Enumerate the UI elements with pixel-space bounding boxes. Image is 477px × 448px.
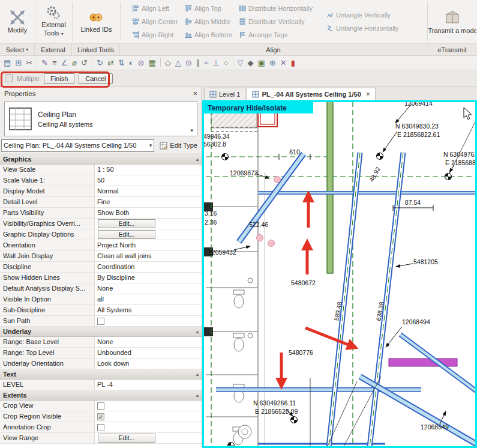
temporary-hide-banner[interactable]: Temporary Hide/Isolate <box>204 102 313 114</box>
toolbar-icon-2[interactable]: ⊞ <box>15 59 22 67</box>
slanted-duct-b[interactable] <box>370 153 403 447</box>
align-bottom-button[interactable]: Align Bottom <box>183 29 235 41</box>
pale-diagonal-pipe-top[interactable] <box>239 154 304 242</box>
close-tab-icon[interactable]: ✕ <box>366 91 371 97</box>
edit-button[interactable]: Edit... <box>98 219 155 228</box>
linked-ids-button[interactable]: Linked IDs <box>80 8 113 35</box>
property-value[interactable]: All Systems <box>95 305 202 315</box>
panel-label-etransmit[interactable]: eTransmit <box>427 44 477 55</box>
edit-button[interactable]: Edit... <box>98 230 155 239</box>
finish-button[interactable]: Finish <box>44 73 74 84</box>
close-icon[interactable]: × <box>193 89 197 98</box>
panel-label-align[interactable]: Align <box>120 44 427 55</box>
toolbar-icon-16[interactable]: △ <box>175 59 181 67</box>
toolbar-icon-12[interactable]: ◐ <box>129 59 134 67</box>
panel-label-external[interactable]: External <box>35 44 72 55</box>
toolbar-icon-21[interactable]: ○ <box>224 59 229 67</box>
toolbar-icon-26[interactable]: ✕ <box>280 59 287 67</box>
distribute-horizontally-button[interactable]: Distribute Horizontally <box>237 3 322 14</box>
edit-type-button[interactable]: Edit Type <box>157 139 200 152</box>
property-value[interactable]: PL -4 <box>95 380 202 390</box>
type-selector[interactable]: Ceiling Plan Ceiling All systems ▾ <box>4 101 197 136</box>
green-duct[interactable] <box>327 100 333 273</box>
untangle-vertically-button[interactable]: Untangle Vertically <box>325 10 415 21</box>
property-value[interactable]: None <box>95 337 202 347</box>
distribute-horizontally-label: Distribute Horizontally <box>248 5 313 12</box>
panel-label-linked-tools[interactable]: Linked Tools <box>72 44 120 55</box>
toolbar-icon-23[interactable]: ◆ <box>248 59 254 67</box>
slanted-duct-a[interactable] <box>329 153 360 447</box>
drawing-canvas[interactable]: 12069414 N 63049830.23 E 21856822.61 610… <box>202 100 477 448</box>
toolbar-icon-14[interactable]: ▦ <box>148 59 155 67</box>
property-value[interactable]: Fine <box>95 197 202 207</box>
section-header-graphics[interactable]: Graphics▴ <box>0 154 202 165</box>
crop-region-visible-checkbox[interactable]: ✓ <box>97 413 104 420</box>
toolbar-icon-4[interactable]: ✎ <box>41 59 48 67</box>
property-value[interactable]: Unbounded <box>95 348 202 358</box>
align-center-button[interactable]: Align Center <box>130 16 181 28</box>
align-left-button[interactable]: Align Left <box>130 3 181 14</box>
align-right-button[interactable]: Align Right <box>130 29 181 41</box>
property-value[interactable]: 50 <box>95 175 202 186</box>
property-value[interactable]: all <box>95 294 202 304</box>
toolbar-icon-11[interactable]: ⇅ <box>118 59 125 67</box>
magenta-element[interactable] <box>389 359 457 366</box>
toolbar-icon-15[interactable]: ◇ <box>165 59 171 67</box>
property-value[interactable]: None <box>95 283 202 294</box>
toolbar-icon-19[interactable]: ≈ <box>204 59 208 67</box>
view-tab-ceiling-plan[interactable]: PL_-04 All Systems Ceiling 1/50 ✕ <box>247 88 376 100</box>
cancel-button[interactable]: Cancel <box>79 73 112 84</box>
property-value[interactable]: 1 : 50 <box>95 165 202 175</box>
annotation-crop-checkbox[interactable] <box>97 424 104 431</box>
property-value[interactable]: Normal <box>95 186 202 196</box>
property-value[interactable]: By Discipline <box>95 273 202 283</box>
property-label: Sun Path <box>0 316 95 326</box>
align-top-button[interactable]: Align Top <box>183 3 235 14</box>
toolbar-icon-13[interactable]: ⊘ <box>138 59 145 67</box>
toolbar-icon-6[interactable]: ∠ <box>61 59 68 67</box>
toolbar-icon-22[interactable]: ▽ <box>238 59 244 67</box>
section-header-text[interactable]: Text▴ <box>0 369 202 380</box>
edit-button[interactable]: Edit... <box>98 434 155 443</box>
view-tab-level1[interactable]: Level 1 <box>204 88 245 100</box>
align-top-label: Align Top <box>194 5 221 12</box>
property-value[interactable]: Project North <box>95 240 202 250</box>
property-value[interactable]: Clean all wall joins <box>95 251 202 261</box>
toolbar-icon-7[interactable]: ⌀ <box>72 59 77 67</box>
toolbar-icon-3[interactable]: ✂ <box>26 59 32 67</box>
untangle-horizontally-button[interactable]: Untangle Horizontally <box>325 23 415 34</box>
property-value <box>95 401 202 411</box>
toolbar-icon-5[interactable]: ≡ <box>52 59 57 67</box>
grid-dashed-lines <box>206 101 476 447</box>
toolbar-icon-24[interactable]: ▣ <box>258 59 265 67</box>
toolbar-icon-27[interactable]: ▮ <box>291 59 295 67</box>
property-row: Scale Value 1:50 <box>0 175 202 186</box>
transmit-model-button[interactable]: Transmit a model <box>428 7 476 36</box>
property-value[interactable]: Coordination <box>95 262 202 272</box>
view-selector-combo[interactable]: Ceiling Plan: PL_-04 All Systems Ceiling… <box>1 139 154 152</box>
ribbon-panel-labels: Select▾ External Linked Tools Align eTra… <box>0 43 477 55</box>
toolbar-icon-18[interactable]: ∥ <box>196 59 200 67</box>
section-header-extents[interactable]: Extents▴ <box>0 390 202 401</box>
arrange-tags-button[interactable]: Arrange Tags <box>237 29 322 41</box>
property-value[interactable]: Show Both <box>95 208 202 218</box>
toolbar-icon-20[interactable]: ⊥ <box>212 59 219 67</box>
toolbar-icon-8[interactable]: ↺ <box>81 59 88 67</box>
modify-button[interactable]: Modify <box>7 8 28 35</box>
sun-path-checkbox[interactable] <box>97 318 104 325</box>
external-tools-button[interactable]: External Tools ▾ <box>40 4 67 40</box>
panel-label-select[interactable]: Select▾ <box>0 44 35 55</box>
chevron-down-icon[interactable]: ▾ <box>190 127 193 133</box>
toolbar-icon-10[interactable]: ⇄ <box>107 59 114 67</box>
property-value: Edit... <box>95 229 202 240</box>
toolbar-icon-1[interactable]: ▤ <box>4 59 11 67</box>
crop-view-checkbox[interactable] <box>97 402 104 410</box>
toolbar-icon-17[interactable]: ⊙ <box>185 59 192 67</box>
multiple-checkbox[interactable] <box>5 74 13 82</box>
property-value[interactable]: Look down <box>95 359 202 369</box>
section-header-underlay[interactable]: Underlay▴ <box>0 327 202 337</box>
distribute-vertically-button[interactable]: Distribute Vertically <box>237 16 322 28</box>
align-middle-button[interactable]: Align Middle <box>183 16 235 28</box>
toolbar-icon-25[interactable]: ⊕ <box>269 59 276 67</box>
toolbar-icon-9[interactable]: ↻ <box>97 59 103 67</box>
